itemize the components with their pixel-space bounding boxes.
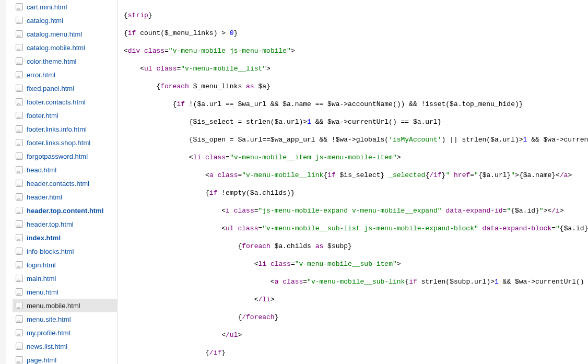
file-label: error.html: [27, 71, 55, 79]
html-file-icon: [16, 248, 23, 255]
file-item[interactable]: footer.links.shop.html: [13, 136, 117, 149]
code-line: <ul class="v-menu-mobile__sub-list js-me…: [124, 224, 588, 233]
file-item[interactable]: header.html: [13, 190, 117, 204]
file-label: catalog.mobile.html: [27, 43, 85, 52]
code-line: {if !empty($a.childs)}: [124, 189, 588, 197]
code-line: {foreach $_menu_links as $a}: [124, 82, 588, 91]
html-file-icon: [16, 329, 23, 336]
file-label: index.html: [27, 233, 61, 242]
code-line: {foreach $a.childs as $subp}: [124, 242, 588, 251]
html-file-icon: [16, 139, 23, 146]
code-editor[interactable]: {strip} {if count($_menu_links) > 0} <di…: [117, 0, 588, 364]
file-label: cart.mini.html: [27, 3, 67, 11]
file-item[interactable]: error.html: [13, 68, 117, 81]
html-file-icon: [16, 85, 23, 92]
file-label: menu.html: [27, 288, 58, 297]
file-item[interactable]: footer.links.info.html: [13, 122, 117, 136]
file-label: header.top.html: [27, 220, 74, 229]
file-label: footer.links.shop.html: [27, 138, 90, 147]
code-line: {strip}: [124, 11, 588, 20]
file-label: head.html: [27, 166, 56, 174]
file-item[interactable]: footer.html: [13, 109, 117, 122]
file-label: info-blocks.html: [27, 247, 74, 256]
file-item[interactable]: my.profile.html: [13, 326, 117, 339]
file-item[interactable]: header.top.html: [13, 217, 117, 231]
file-item[interactable]: catalog.menu.html: [13, 27, 117, 41]
file-label: menu.mobile.html: [27, 301, 80, 310]
file-label: login.html: [27, 261, 56, 269]
file-item[interactable]: forgotpassword.html: [13, 149, 117, 163]
code-line: </ul>: [124, 331, 588, 339]
code-line: <i class="js-menu-mobile-expand v-menu-m…: [124, 206, 588, 215]
code-line: <ul class="v-menu-mobile__list">: [124, 64, 588, 73]
code-line: {/if}: [124, 348, 588, 357]
file-label: fixed.panel.html: [27, 84, 74, 93]
html-file-icon: [16, 356, 23, 363]
file-item[interactable]: fixed.panel.html: [13, 81, 117, 95]
file-label: header.top.content.html: [27, 206, 103, 215]
file-label: footer.html: [27, 111, 58, 120]
file-item[interactable]: index.html: [13, 231, 117, 244]
code-line: {$is_open = $a.url==$wa_app_url && !$wa-…: [124, 135, 588, 144]
file-item[interactable]: menu.site.html: [13, 312, 117, 326]
html-file-icon: [16, 315, 23, 323]
file-label: main.html: [27, 274, 56, 283]
html-file-icon: [16, 71, 23, 78]
file-item[interactable]: head.html: [13, 163, 117, 177]
file-label: catalog.html: [27, 16, 63, 25]
file-item[interactable]: footer.contacts.html: [13, 95, 117, 109]
file-tree-sidebar: cart.mini.htmlcatalog.htmlcatalog.menu.h…: [6, 0, 117, 364]
html-file-icon: [16, 125, 23, 133]
file-item[interactable]: news.list.html: [13, 339, 117, 353]
sidebar-gutter: [0, 0, 6, 364]
file-label: news.list.html: [27, 342, 67, 351]
html-file-icon: [16, 275, 23, 282]
code-line: </li>: [124, 295, 588, 304]
code-line: <li class="v-menu-mobile__sub-item">: [124, 260, 588, 268]
file-label: catalog.menu.html: [27, 30, 82, 39]
file-label: my.profile.html: [27, 328, 70, 337]
file-item[interactable]: catalog.html: [13, 14, 117, 27]
html-file-icon: [16, 44, 23, 51]
html-file-icon: [16, 166, 23, 173]
html-file-icon: [16, 288, 23, 296]
html-file-icon: [16, 343, 23, 350]
code-line: {if !($a.url == $wa_url && $a.name == $w…: [124, 100, 588, 109]
html-file-icon: [16, 57, 23, 65]
file-label: header.html: [27, 193, 62, 202]
file-label: header.contacts.html: [27, 179, 89, 188]
file-label: page.html: [27, 356, 56, 365]
code-line: <a class="v-menu-mobile__sub-link{if str…: [124, 277, 588, 286]
file-item[interactable]: menu.mobile.html: [13, 299, 117, 312]
html-file-icon: [16, 261, 23, 268]
file-item[interactable]: info-blocks.html: [13, 244, 117, 258]
html-file-icon: [16, 234, 23, 241]
html-file-icon: [16, 207, 23, 214]
html-file-icon: [16, 180, 23, 187]
html-file-icon: [16, 98, 23, 105]
code-line: <div class="v-menu-mobile js-menu-mobile…: [124, 46, 588, 55]
html-file-icon: [16, 30, 23, 38]
file-item[interactable]: cart.mini.html: [13, 0, 117, 14]
code-line: {$is_select = strlen($a.url)>1 && $wa->c…: [124, 118, 588, 126]
code-line: {if count($_menu_links) > 0}: [124, 29, 588, 38]
html-file-icon: [16, 152, 23, 160]
file-label: footer.links.info.html: [27, 125, 87, 134]
file-item[interactable]: color.theme.html: [13, 54, 117, 68]
file-item[interactable]: menu.html: [13, 285, 117, 299]
html-file-icon: [16, 193, 23, 201]
file-item[interactable]: catalog.mobile.html: [13, 41, 117, 54]
file-item[interactable]: login.html: [13, 258, 117, 272]
html-file-icon: [16, 17, 23, 24]
html-file-icon: [16, 302, 23, 309]
file-item[interactable]: main.html: [13, 272, 117, 285]
code-line: {/foreach}: [124, 313, 588, 322]
code-line: <a class="v-menu-mobile__link{if $is_sel…: [124, 171, 588, 180]
file-label: color.theme.html: [27, 57, 76, 66]
html-file-icon: [16, 112, 23, 119]
file-item[interactable]: header.top.content.html: [13, 204, 117, 217]
file-item[interactable]: header.contacts.html: [13, 177, 117, 190]
file-item[interactable]: page.html: [13, 353, 117, 364]
file-label: menu.site.html: [27, 315, 71, 324]
html-file-icon: [16, 220, 23, 228]
